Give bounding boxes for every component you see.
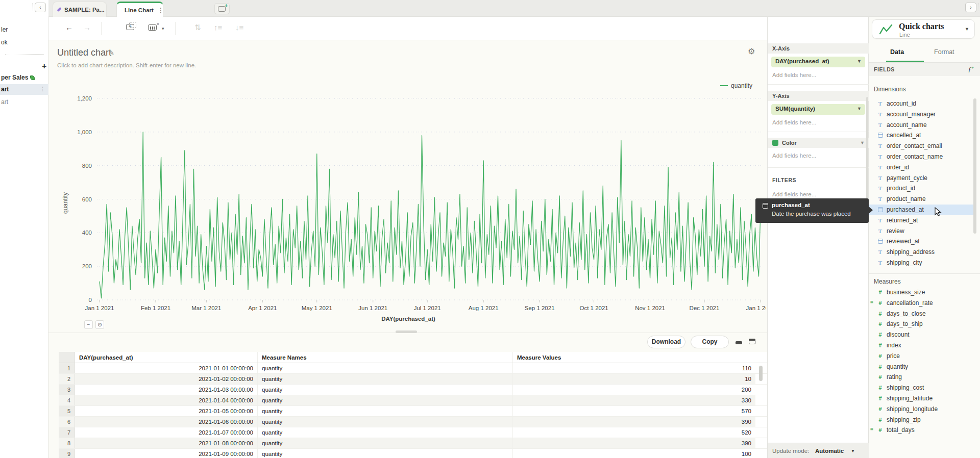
measure-field-days_to_close[interactable]: #days_to_close (869, 309, 976, 319)
dimension-field-order_contact_email[interactable]: Torder_contact_email (869, 141, 976, 151)
horizontal-scrollbar[interactable] (396, 330, 417, 333)
measure-field-discount[interactable]: #discount (869, 329, 976, 340)
dimension-field-review[interactable]: Treview (869, 226, 976, 237)
chart-settings-icon[interactable]: ⚙ (748, 46, 755, 56)
dimension-field-account_name[interactable]: Taccount_name (869, 120, 976, 131)
chart-type-selector[interactable]: Quick charts Line ▼ (872, 19, 975, 39)
measure-field-shipping_zip[interactable]: #shipping_zip (869, 415, 976, 425)
undo-button[interactable]: ← (65, 23, 73, 32)
copy-button[interactable]: Copy (691, 336, 729, 348)
download-button[interactable]: Download (647, 336, 685, 348)
y-axis-add-fields[interactable]: Add fields here... (772, 119, 816, 125)
color-add-fields[interactable]: Add fields here... (772, 152, 816, 159)
collapse-right-panel-button[interactable]: › (965, 3, 976, 12)
redo-button[interactable]: → (83, 23, 91, 32)
line-chart-plot[interactable]: 02004006008001,0001,200Jan 1 2021Feb 1 2… (51, 73, 766, 313)
tab-sample-notebook[interactable]: SAMPLE: Pa... (53, 2, 107, 17)
chevron-down-icon[interactable]: ▼ (857, 59, 862, 64)
expand-table-icon[interactable] (749, 339, 755, 344)
dimension-field-cancelled_at[interactable]: cancelled_at (869, 130, 976, 141)
dimension-field-purchased_at[interactable]: purchased_at (869, 205, 976, 215)
dimension-field-order_contact_name[interactable]: Torder_contact_name (869, 151, 976, 162)
add-formula-field-icon[interactable]: ƒ+ (968, 65, 974, 73)
table-header-measure-values[interactable]: Measure Values (513, 352, 755, 363)
dimension-field-shipping_city[interactable]: Tshipping_city (869, 258, 976, 268)
add-item-button[interactable]: + (42, 62, 46, 71)
table-row[interactable]: 42021-01-04 00:00:00quantity330 (59, 395, 767, 406)
collapse-left-panel-button[interactable]: ‹ (35, 3, 46, 12)
x-axis-field-pill[interactable]: DAY(purchased_at)▼ (771, 57, 865, 67)
chart-description-placeholder[interactable]: Click to add chart description. Shift-en… (57, 62, 196, 68)
dimension-field-product_name[interactable]: Tproduct_name (869, 194, 976, 205)
text-field-icon: T (878, 228, 882, 234)
tab-data[interactable]: Data (890, 48, 904, 56)
config-scrollbar[interactable] (866, 97, 868, 199)
sort-descending-icon[interactable]: ↓≡ (235, 23, 243, 32)
sort-values-icon[interactable]: ⇅ (194, 23, 201, 32)
table-vertical-scrollbar[interactable] (759, 366, 763, 381)
minimize-table-icon[interactable] (736, 341, 742, 344)
sidebar-item-active-chart[interactable]: art ⋮ (0, 84, 48, 95)
measure-field-index[interactable]: #index (869, 340, 976, 351)
measure-field-business_size[interactable]: #business_size (869, 287, 976, 298)
y-axis-field-pill[interactable]: SUM(quantity)▼ (771, 104, 865, 115)
item-menu-icon[interactable]: ⋮ (40, 86, 45, 92)
measure-field-total_days[interactable]: =#total_days (869, 425, 976, 436)
chart-type-caret-icon[interactable]: ▾ (162, 26, 164, 31)
table-row[interactable]: 92021-01-09 00:00:00quantity100 (59, 449, 767, 458)
sidebar-item-1[interactable]: ler (1, 26, 8, 33)
chart-title[interactable]: Untitled chart (57, 47, 111, 58)
chevron-down-icon[interactable]: ▼ (851, 449, 855, 453)
update-mode-value[interactable]: Automatic (815, 448, 844, 454)
left-panel-drag-handle[interactable] (32, 4, 34, 11)
measure-field-price[interactable]: #price (869, 351, 976, 362)
table-row[interactable]: 62021-01-06 00:00:00quantity390 (59, 417, 767, 427)
dimension-field-account_manager[interactable]: Taccount_manager (869, 109, 976, 120)
edit-title-icon[interactable]: ✎ (109, 49, 114, 57)
table-row[interactable]: 72021-01-07 00:00:00quantity520 (59, 427, 767, 438)
measure-field-shipping_longitude[interactable]: #shipping_longitude (869, 404, 976, 415)
remove-chart-icon[interactable]: × (148, 24, 157, 31)
measure-field-shipping_latitude[interactable]: #shipping_latitude (869, 393, 976, 404)
duplicate-chart-icon[interactable]: + (126, 24, 134, 30)
chevron-down-icon[interactable]: ▼ (857, 106, 862, 111)
tooltip-arrow (868, 206, 873, 214)
dimension-field-reviewed_at[interactable]: reviewed_at (869, 236, 976, 247)
table-header-measure-names[interactable]: Measure Names (258, 352, 513, 363)
x-axis-add-fields[interactable]: Add fields here... (772, 72, 816, 78)
filters-add-fields[interactable]: Add fields here... (772, 191, 816, 197)
measure-field-quantity[interactable]: #quantity (869, 362, 976, 372)
color-section-header[interactable]: Color ▼ (768, 138, 869, 148)
table-row[interactable]: 12021-01-01 00:00:00quantity110 (59, 363, 767, 374)
dimension-field-shipping_address[interactable]: Tshipping_address (869, 247, 976, 258)
zoom-reset-button[interactable]: ⊙ (95, 320, 104, 329)
chevron-down-icon[interactable]: ▼ (860, 140, 865, 145)
sort-ascending-icon[interactable]: ↑≡ (214, 23, 222, 32)
zoom-out-button[interactable]: − (84, 320, 93, 329)
sidebar-item-2[interactable]: ok (1, 39, 8, 46)
tab-format[interactable]: Format (934, 48, 954, 56)
dimension-field-account_id[interactable]: Taccount_id (869, 98, 976, 109)
measure-field-cancellation_rate[interactable]: =#cancellation_rate (869, 298, 976, 309)
dimension-field-returned_at[interactable]: Treturned_at (869, 215, 976, 226)
tab-menu-icon[interactable]: ⋮ (158, 7, 164, 14)
calendar-icon (878, 239, 883, 244)
table-header-day[interactable]: DAY(purchased_at) (75, 352, 258, 363)
measure-field-shipping_cost[interactable]: #shipping_cost (869, 383, 976, 393)
new-chart-button[interactable]: + (214, 3, 230, 14)
table-row[interactable]: 32021-01-03 00:00:00quantity200 (59, 385, 767, 395)
fields-scrollbar[interactable] (973, 98, 976, 234)
chevron-down-icon[interactable]: ▼ (965, 27, 969, 32)
color-swatch[interactable] (772, 140, 778, 146)
dimension-field-order_id[interactable]: Torder_id (869, 162, 976, 173)
table-row[interactable]: 52021-01-05 00:00:00quantity570 (59, 406, 767, 417)
table-row[interactable]: 22021-01-02 00:00:00quantity10 (59, 374, 767, 385)
dimension-field-payment_cycle[interactable]: Tpayment_cycle (869, 173, 976, 184)
measure-field-days_to_ship[interactable]: #days_to_ship (869, 319, 976, 329)
tab-line-chart[interactable]: Line Chart ⋮ (116, 2, 163, 17)
sidebar-project-item[interactable]: per Sales (1, 74, 35, 81)
dimension-field-product_id[interactable]: Tproduct_id (869, 183, 976, 194)
measure-field-rating[interactable]: #rating (869, 372, 976, 383)
table-row[interactable]: 82021-01-08 00:00:00quantity390 (59, 438, 767, 449)
sidebar-item-chart2[interactable]: art (1, 98, 8, 106)
